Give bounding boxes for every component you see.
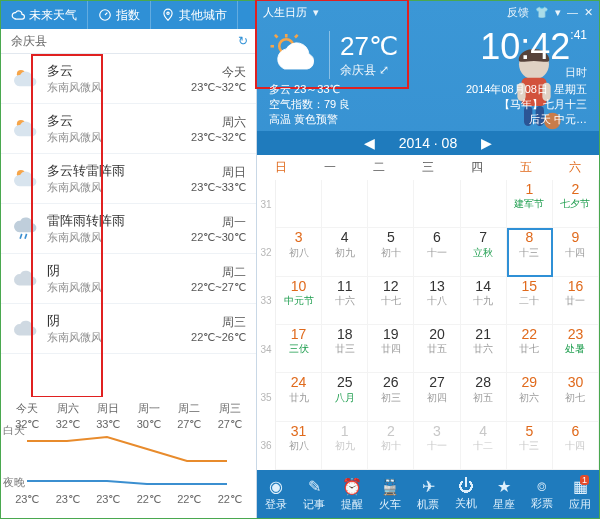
dock-label: 应用 xyxy=(569,497,591,512)
calendar-day[interactable]: 4初九 xyxy=(322,228,368,276)
forecast-cond: 雷阵雨转阵雨 xyxy=(47,212,191,230)
calendar-day[interactable]: 30初七 xyxy=(553,373,599,421)
calendar-day[interactable]: 5十三 xyxy=(507,422,553,470)
forecast-row[interactable]: 雷阵雨转阵雨东南风微风周一22℃~30℃ xyxy=(1,204,256,254)
forecast-row[interactable]: 阴东南风微风周三22℃~26℃ xyxy=(1,304,256,354)
tab-other-cities[interactable]: 其他城市 xyxy=(151,1,238,29)
svg-line-15 xyxy=(275,34,278,37)
dock-train[interactable]: 🚆火车 xyxy=(379,477,401,512)
clock: 10:42:41 xyxy=(480,29,587,65)
tab-label: 指数 xyxy=(116,7,140,24)
calendar-day[interactable]: 16廿一 xyxy=(553,277,599,325)
calendar-day[interactable]: 22廿七 xyxy=(507,325,553,373)
chart-highs: 32℃32℃33℃30℃27℃27℃ xyxy=(7,418,250,431)
prev-month[interactable]: ◀ xyxy=(358,135,381,151)
dock-power[interactable]: ⏻关机 xyxy=(455,477,477,511)
calendar-day[interactable]: 26初三 xyxy=(368,373,414,421)
forecast-wind: 东南风微风 xyxy=(47,280,191,295)
feedback-link[interactable]: 反馈 xyxy=(507,5,529,20)
forecast-row[interactable]: 多云东南风微风今天23℃~32℃ xyxy=(1,54,256,104)
star-icon: ★ xyxy=(497,477,511,496)
current-location: 余庆县 xyxy=(340,63,376,77)
calendar-day[interactable]: 28初五 xyxy=(461,373,507,421)
app-title: 人生日历 xyxy=(263,5,307,20)
calendar-day[interactable]: 21廿六 xyxy=(461,325,507,373)
forecast-row[interactable]: 多云东南风微风周六23℃~32℃ xyxy=(1,104,256,154)
next-month[interactable]: ▶ xyxy=(475,135,498,151)
calendar-day[interactable]: 24廿九 xyxy=(276,373,322,421)
tab-index[interactable]: 指数 xyxy=(88,1,151,29)
dock-label: 彩票 xyxy=(531,496,553,511)
forecast-icon xyxy=(11,315,39,343)
chart-low-legend: 夜晚 xyxy=(3,475,25,490)
close-icon[interactable]: ✕ xyxy=(584,6,593,19)
menu-icon[interactable]: ▾ xyxy=(555,6,561,19)
dock-ticket[interactable]: ⌾彩票 xyxy=(531,477,553,511)
calendar-day[interactable]: 23处暑 xyxy=(553,325,599,373)
forecast-row[interactable]: 多云转雷阵雨东南风微风周日23℃~33℃ xyxy=(1,154,256,204)
tab-future-weather[interactable]: 未来天气 xyxy=(1,1,88,29)
forecast-day: 周日 xyxy=(191,164,246,181)
dock-label: 星座 xyxy=(493,497,515,512)
train-icon: 🚆 xyxy=(380,477,400,496)
calendar-day[interactable]: 15二十 xyxy=(507,277,553,325)
forecast-list: 多云东南风微风今天23℃~32℃多云东南风微风周六23℃~32℃多云转雷阵雨东南… xyxy=(1,54,256,397)
shirt-icon[interactable]: 👕 xyxy=(535,6,549,19)
dock-apps[interactable]: ▦应用1 xyxy=(569,477,591,512)
calendar-day[interactable]: 27初四 xyxy=(414,373,460,421)
calendar-day[interactable]: 17三伏 xyxy=(276,325,322,373)
calendar-day[interactable]: 3初八 xyxy=(276,228,322,276)
calendar-day xyxy=(368,180,414,228)
calendar-day[interactable]: 9十四 xyxy=(553,228,599,276)
window-topbar: 人生日历 ▾ 反馈 👕 ▾ — ✕ xyxy=(257,1,599,23)
city-search-input[interactable] xyxy=(9,33,238,49)
dock-label: 记事 xyxy=(303,497,325,512)
calendar-day[interactable]: 5初十 xyxy=(368,228,414,276)
calendar-day[interactable]: 31初八 xyxy=(276,422,322,470)
calendar-day[interactable]: 1初九 xyxy=(322,422,368,470)
forecast-temp: 23℃~33℃ xyxy=(191,181,246,194)
calendar-day[interactable]: 11十六 xyxy=(322,277,368,325)
dock-note[interactable]: ✎记事 xyxy=(303,477,325,512)
calendar-day[interactable]: 25八月 xyxy=(322,373,368,421)
filter-icon[interactable]: ▾ xyxy=(313,6,319,19)
calendar-day[interactable]: 3十一 xyxy=(414,422,460,470)
calendar-day[interactable]: 13十八 xyxy=(414,277,460,325)
refresh-icon[interactable]: ↻ xyxy=(238,34,248,48)
calendar-day[interactable]: 10中元节 xyxy=(276,277,322,325)
forecast-row[interactable]: 阴东南风微风周二22℃~27℃ xyxy=(1,254,256,304)
dock-bell[interactable]: ⏰提醒 xyxy=(341,477,363,512)
calendar-day[interactable]: 6十一 xyxy=(414,228,460,276)
minimize-icon[interactable]: — xyxy=(567,6,578,18)
month-label[interactable]: 2014 · 08 xyxy=(399,135,457,151)
forecast-wind: 东南风微风 xyxy=(47,230,191,245)
calendar-day[interactable]: 19廿四 xyxy=(368,325,414,373)
calendar-day[interactable]: 1建军节 xyxy=(507,180,553,228)
calendar-day[interactable]: 14十九 xyxy=(461,277,507,325)
dock-user[interactable]: ◉登录 xyxy=(265,477,287,512)
calendar-day[interactable]: 29初六 xyxy=(507,373,553,421)
calendar-day[interactable]: 2七夕节 xyxy=(553,180,599,228)
calendar-day[interactable]: 12十七 xyxy=(368,277,414,325)
dock-star[interactable]: ★星座 xyxy=(493,477,515,512)
forecast-icon xyxy=(11,165,39,193)
forecast-cond: 多云 xyxy=(47,62,191,80)
calendar-day[interactable]: 7立秋 xyxy=(461,228,507,276)
dock-plane[interactable]: ✈机票 xyxy=(417,477,439,512)
calendar-day[interactable]: 8十三 xyxy=(507,228,553,276)
chart-day-labels: 今天周六周日周一周二周三 xyxy=(7,401,250,416)
calendar-day[interactable]: 4十二 xyxy=(461,422,507,470)
weather-block: 27℃ 余庆县 ⤢ 10:42:41 日时 xyxy=(257,23,599,82)
after-tomorrow: 后天 中元… xyxy=(466,112,587,127)
left-tabs: 未来天气 指数 其他城市 xyxy=(1,1,256,29)
forecast-icon xyxy=(11,65,39,93)
forecast-temp: 22℃~26℃ xyxy=(191,331,246,344)
calendar-day[interactable]: 2初十 xyxy=(368,422,414,470)
dock-label: 提醒 xyxy=(341,497,363,512)
calendar-day[interactable]: 20廿五 xyxy=(414,325,460,373)
weather-details: 多云 23～33℃ 空气指数：79 良 高温 黄色预警 2014年08月08日 … xyxy=(257,82,599,131)
calendar-day[interactable]: 18廿三 xyxy=(322,325,368,373)
dock-label: 机票 xyxy=(417,497,439,512)
calendar-day[interactable]: 6十四 xyxy=(553,422,599,470)
expand-icon[interactable]: ⤢ xyxy=(379,63,389,77)
